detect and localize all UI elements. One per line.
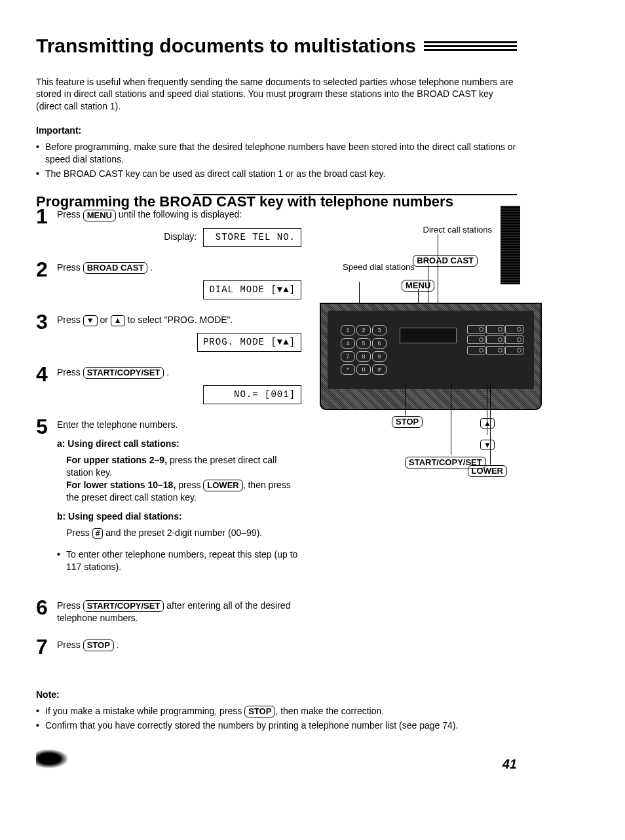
stop-key: STOP [244, 706, 275, 717]
step-number: 5 [36, 416, 50, 437]
menu-key: MENU [83, 210, 116, 221]
lcd-display: PROG. MODE [▼▲] [197, 333, 301, 352]
step-1: 1 Press MENU until the following is disp… [36, 206, 301, 246]
important-item: The BROAD CAST key can be used as direct… [36, 168, 517, 180]
page-edge-smudge [501, 206, 520, 284]
step-number: 3 [36, 311, 50, 332]
step-number: 4 [36, 364, 50, 385]
step-2: 2 Press BROAD CAST . DIAL MODE [▼▲] [36, 259, 301, 299]
broadcast-key: BROAD CAST [83, 262, 148, 274]
step-5: 5 Enter the telephone numbers. a: Using … [36, 416, 301, 584]
stop-key: STOP [83, 640, 114, 651]
step-number: 7 [36, 636, 50, 657]
step-number: 6 [36, 597, 50, 618]
device-diagram-column: Direct call stations Speed dial stations… [320, 206, 517, 481]
lcd-display: DIAL MODE [▼▲] [203, 280, 301, 299]
step-7: 7 Press STOP . [36, 636, 301, 657]
page-number: 41 [502, 755, 517, 773]
substep-b-label: b: Using speed dial stations: [57, 510, 301, 523]
up-arrow-key: ▲ [111, 315, 125, 326]
step5-bullet: To enter other telephone numbers, repeat… [57, 548, 301, 573]
broadcast-key-label: BROAD CAST [413, 254, 478, 267]
speed-dial-label: Speed dial stations [343, 261, 415, 273]
stop-key-label: STOP [392, 415, 423, 428]
down-arrow-label: ▼ [480, 438, 495, 450]
ink-smudge-icon [36, 749, 69, 769]
direct-call-buttons [467, 325, 522, 354]
down-arrow-key: ▼ [83, 315, 98, 326]
step-number: 1 [36, 206, 50, 227]
intro-paragraph: This feature is useful when frequently s… [36, 76, 517, 113]
lower-key: LOWER [203, 480, 242, 491]
important-list: Before programming, make sure that the d… [36, 141, 517, 180]
step-3: 3 Press ▼ or ▲ to select "PROG. MODE". P… [36, 311, 301, 352]
note-section: Note: If you make a mistake while progra… [36, 689, 517, 732]
title-text: Transmitting documents to multistations [36, 33, 416, 60]
note-item: Confirm that you have correctly stored t… [36, 719, 517, 732]
note-label: Note: [36, 689, 517, 701]
title-decoration [424, 41, 517, 51]
lower-key-label: LOWER [468, 465, 507, 477]
important-label: Important: [36, 124, 517, 137]
page-title: Transmitting documents to multistations [36, 33, 517, 60]
steps-column: 1 Press MENU until the following is disp… [36, 206, 301, 668]
start-copy-set-key: START/COPY/SET [83, 600, 164, 612]
display-label: Display: [164, 231, 197, 242]
note-item: If you make a mistake while programming,… [36, 705, 517, 717]
important-item: Before programming, make sure that the d… [36, 141, 517, 166]
up-arrow-label: ▲ [480, 417, 495, 429]
substep-a-label: a: Using direct call stations: [57, 438, 301, 450]
fax-machine-illustration: 123 456 789 *0# [320, 303, 542, 410]
direct-call-label: Direct call stations [423, 224, 492, 236]
hash-key: # [92, 528, 104, 539]
device-display [400, 328, 457, 343]
step-number: 2 [36, 259, 50, 280]
step-4: 4 Press START/COPY/SET . NO.= [001] [36, 364, 301, 404]
lcd-display: NO.= [001] [203, 385, 301, 404]
section-heading: Programming the BROAD CAST key with tele… [36, 192, 517, 199]
step-6: 6 Press START/COPY/SET after entering al… [36, 597, 301, 624]
numeric-keypad: 123 456 789 *0# [341, 325, 385, 375]
start-copy-set-key: START/COPY/SET [83, 367, 164, 379]
lcd-display: STORE TEL NO. [203, 228, 301, 247]
